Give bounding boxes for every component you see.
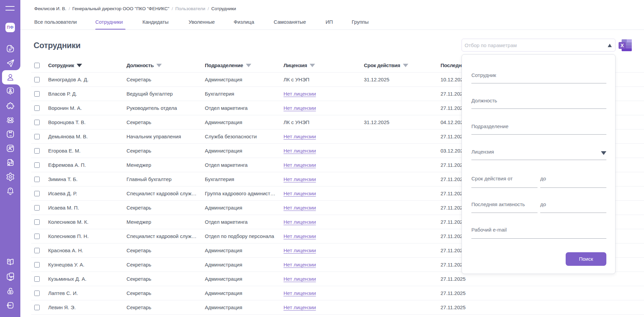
svg-text:X: X	[621, 43, 624, 48]
